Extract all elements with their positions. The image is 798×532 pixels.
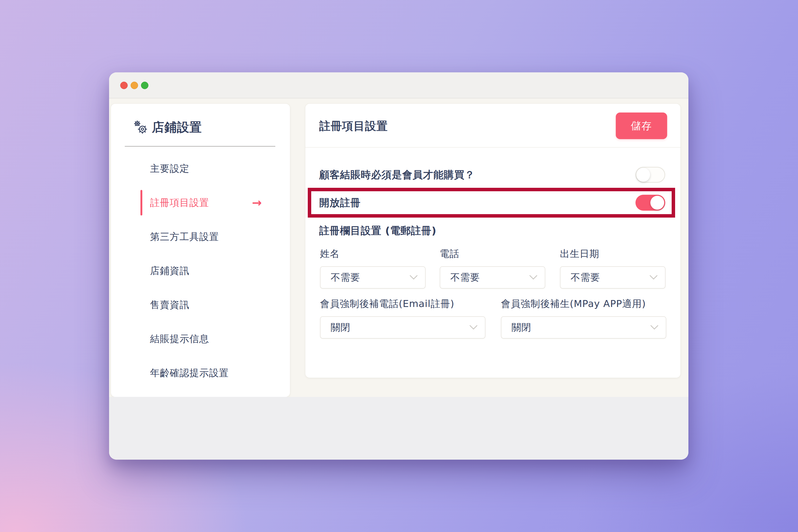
sidebar-item-age-confirmation[interactable]: 年齡確認提示設置 bbox=[111, 356, 290, 390]
traffic-lights bbox=[120, 82, 148, 89]
field-phone-value: 不需要 bbox=[450, 271, 480, 284]
field-phone-select[interactable]: 不需要 bbox=[440, 266, 545, 289]
field-birthdate-select[interactable]: 不需要 bbox=[560, 266, 666, 289]
header-divider bbox=[305, 147, 680, 148]
field-phone-label: 電話 bbox=[440, 247, 545, 261]
open-registration-toggle[interactable] bbox=[635, 195, 665, 211]
sidebar-item-label: 店鋪資訊 bbox=[150, 264, 189, 278]
chevron-down-icon bbox=[410, 275, 418, 280]
field-name-label: 姓名 bbox=[320, 247, 425, 261]
save-button-label: 儲存 bbox=[631, 119, 652, 133]
sidebar-item-label: 第三方工具設置 bbox=[150, 230, 219, 243]
field-force-phone: 會員強制後補電話(Email註冊) 關閉 bbox=[320, 298, 486, 339]
sidebar-nav: 主要設定 註冊項目設置 → 第三方工具設置 店鋪資訊 售賣資訊 bbox=[111, 152, 290, 390]
field-force-phone-label: 會員強制後補電話(Email註冊) bbox=[320, 298, 486, 310]
field-force-phone-value: 關閉 bbox=[331, 321, 350, 334]
field-force-birthdate-label: 會員強制後補生(MPay APP適用) bbox=[501, 298, 666, 310]
page-title: 註冊項目設置 bbox=[319, 119, 388, 134]
field-birthdate: 出生日期 不需要 bbox=[560, 247, 666, 289]
sidebar-item-store-info[interactable]: 店鋪資訊 bbox=[111, 254, 290, 288]
sidebar-item-sales-info[interactable]: 售賣資訊 bbox=[111, 288, 290, 322]
toggle-knob bbox=[650, 196, 664, 210]
field-name: 姓名 不需要 bbox=[320, 247, 425, 289]
sidebar-header: 店鋪設置 bbox=[134, 119, 202, 136]
chevron-down-icon bbox=[650, 325, 658, 330]
app-window: 店鋪設置 主要設定 註冊項目設置 → 第三方工具設置 bbox=[109, 72, 688, 460]
sidebar-item-main-settings[interactable]: 主要設定 bbox=[111, 152, 290, 186]
close-button[interactable] bbox=[120, 82, 128, 89]
section-title: 註冊欄目設置 (電郵註冊) bbox=[319, 224, 437, 238]
sidebar-panel: 店鋪設置 主要設定 註冊項目設置 → 第三方工具設置 bbox=[111, 104, 290, 397]
field-force-birthdate-value: 關閉 bbox=[512, 321, 531, 334]
sidebar-divider bbox=[125, 146, 275, 147]
main-panel: 註冊項目設置 儲存 顧客結賬時必須是會員才能購買？ 開放註冊 bbox=[305, 104, 680, 378]
members-only-toggle[interactable] bbox=[635, 167, 665, 183]
sidebar-item-thirdparty-tools[interactable]: 第三方工具設置 bbox=[111, 220, 290, 254]
window-titlebar bbox=[109, 72, 688, 98]
sidebar-item-checkout-notice[interactable]: 結賬提示信息 bbox=[111, 322, 290, 356]
field-force-birthdate: 會員強制後補生(MPay APP適用) 關閉 bbox=[501, 298, 666, 339]
minimize-button[interactable] bbox=[131, 82, 138, 89]
active-indicator-bar bbox=[140, 190, 142, 215]
gears-icon bbox=[134, 120, 148, 134]
open-registration-row-highlight: 開放註冊 bbox=[308, 188, 675, 217]
field-birthdate-label: 出生日期 bbox=[560, 247, 666, 261]
desktop-background: 店鋪設置 主要設定 註冊項目設置 → 第三方工具設置 bbox=[0, 0, 798, 532]
save-button[interactable]: 儲存 bbox=[616, 113, 667, 139]
chevron-down-icon bbox=[470, 325, 477, 330]
sidebar-item-label: 註冊項目設置 bbox=[150, 196, 209, 209]
field-birthdate-value: 不需要 bbox=[571, 271, 600, 284]
chevron-down-icon bbox=[650, 275, 658, 280]
open-registration-label: 開放註冊 bbox=[319, 196, 361, 210]
members-only-row: 顧客結賬時必須是會員才能購買？ bbox=[319, 160, 665, 189]
field-force-birthdate-select[interactable]: 關閉 bbox=[501, 316, 666, 339]
arrow-right-icon: → bbox=[252, 197, 262, 209]
sidebar-item-label: 售賣資訊 bbox=[150, 299, 189, 311]
members-only-label: 顧客結賬時必須是會員才能購買？ bbox=[319, 168, 475, 182]
sidebar-item-label: 結賬提示信息 bbox=[150, 332, 209, 345]
toggle-knob bbox=[636, 168, 650, 182]
chevron-down-icon bbox=[529, 275, 537, 280]
field-phone: 電話 不需要 bbox=[440, 247, 545, 289]
content-area: 店鋪設置 主要設定 註冊項目設置 → 第三方工具設置 bbox=[109, 98, 688, 397]
field-name-value: 不需要 bbox=[331, 271, 360, 284]
zoom-button[interactable] bbox=[141, 82, 148, 89]
sidebar-item-registration-settings[interactable]: 註冊項目設置 → bbox=[111, 186, 290, 220]
window-bottom-spacer bbox=[109, 397, 688, 460]
field-name-select[interactable]: 不需要 bbox=[320, 266, 425, 289]
sidebar-item-label: 年齡確認提示設置 bbox=[150, 366, 229, 380]
field-force-phone-select[interactable]: 關閉 bbox=[320, 316, 486, 339]
sidebar-title: 店鋪設置 bbox=[152, 119, 202, 136]
sidebar-item-label: 主要設定 bbox=[150, 162, 189, 175]
